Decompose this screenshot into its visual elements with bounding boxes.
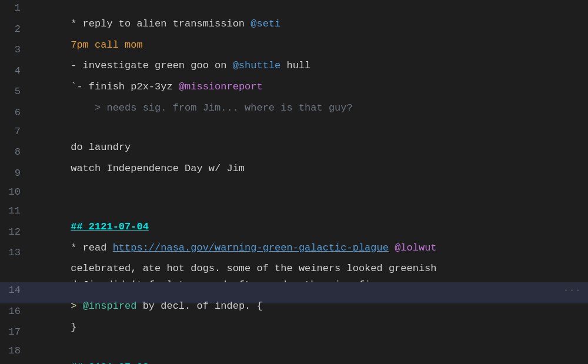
line-number-7: 7 — [0, 123, 32, 139]
line-11: 11 ## 2121-07-04 — [0, 203, 588, 224]
line-14: 14 > @inspired by decl. of indep. { ··· — [0, 282, 588, 303]
line-1: 1 * reply to alien transmission @seti — [0, 0, 588, 21]
line-2: 2 7pm call mom — [0, 21, 588, 42]
line-4: 4 `- finish p2x-3yz @missionreport — [0, 63, 588, 84]
line-number-12: 12 — [0, 224, 32, 240]
line-3: 3 - investigate green goo on @shuttle hu… — [0, 42, 588, 63]
line-number-6: 6 — [0, 105, 32, 121]
line-17: 17 — [0, 324, 588, 343]
line-7: 7 do laundry — [0, 123, 588, 145]
line-number-17: 17 — [0, 324, 32, 340]
line-number-1: 1 — [0, 0, 32, 16]
line-10: 10 — [0, 184, 588, 203]
fold-dots[interactable]: ··· — [563, 282, 588, 298]
line-18: 18 ## 2121-07-03 — [0, 343, 588, 364]
line-number-2: 2 — [0, 21, 32, 37]
line-number-8: 8 — [0, 144, 32, 160]
line-number-11: 11 — [0, 203, 32, 219]
line-number-18: 18 — [0, 343, 32, 359]
line-number-16: 16 — [0, 303, 32, 319]
line-number-14: 14 — [0, 282, 32, 298]
line-5: 5 > needs sig. from Jim... where is that… — [0, 84, 588, 105]
line-13: 13 celebrated, ate hot dogs. some of the… — [0, 245, 588, 282]
code-editor: 1 * reply to alien transmission @seti 2 … — [0, 0, 588, 364]
line-8: 8 watch Independence Day w/ Jim — [0, 144, 588, 165]
line-12: 12 * read https://nasa.gov/warning-green… — [0, 224, 588, 245]
line-number-4: 4 — [0, 63, 32, 79]
line-number-13: 13 — [0, 245, 32, 261]
line-number-5: 5 — [0, 84, 32, 99]
line-content-18[interactable]: ## 2121-07-03 — [32, 343, 588, 364]
line-6: 6 — [0, 105, 588, 123]
line-number-10: 10 — [0, 184, 32, 200]
line-number-3: 3 — [0, 42, 32, 58]
heading-date-2: ## 2121-07-03 — [71, 362, 149, 364]
line-number-9: 9 — [0, 165, 32, 181]
line-9: 9 — [0, 165, 588, 184]
line-16: 16 } — [0, 303, 588, 325]
